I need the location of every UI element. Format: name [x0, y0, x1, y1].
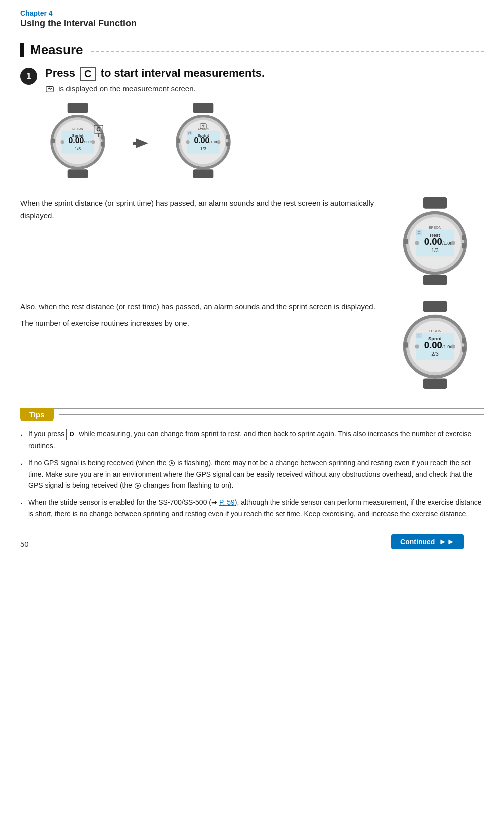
step-heading-post: to start interval measurements. — [98, 67, 265, 79]
bottom-row: 50 Continued ►► — [20, 529, 484, 554]
watch-sprint-after: Sprint 0.00 /1.0m 1/3 EPSON ⏱ — [166, 103, 246, 183]
desc-row-1: When the sprint distance (or sprint time… — [20, 197, 484, 287]
svg-rect-58 — [423, 275, 447, 285]
svg-text:C: C — [96, 126, 100, 132]
step-sub-1: is displayed on the measurement screen. — [45, 84, 484, 94]
svg-rect-37 — [177, 139, 180, 143]
p59-link[interactable]: P. 59 — [219, 498, 235, 506]
svg-text:0.00: 0.00 — [68, 136, 84, 145]
svg-rect-38 — [193, 169, 214, 178]
svg-text:1/3: 1/3 — [200, 146, 206, 151]
step-block-1: 1 Press C to start interval measurements… — [20, 67, 484, 94]
svg-rect-23 — [193, 103, 214, 113]
svg-text:2/3: 2/3 — [431, 351, 439, 357]
svg-rect-43 — [423, 197, 447, 209]
svg-point-16 — [61, 140, 64, 144]
svg-rect-76 — [423, 378, 447, 389]
arrow-container-1 — [125, 131, 161, 156]
tips-badge: Tips — [20, 408, 54, 421]
svg-text:0.00: 0.00 — [424, 340, 442, 350]
desc-watch-sprint2: Sprint 0.00 /1.0m 2/3 EPSON ⏱ — [394, 301, 484, 390]
svg-rect-55 — [462, 235, 466, 240]
svg-text:⏱: ⏱ — [417, 334, 421, 338]
desc-text-2-line1: Also, when the rest distance (or rest ti… — [20, 301, 379, 313]
step-heading-1: Press C to start interval measurements. — [45, 67, 484, 81]
svg-rect-74 — [462, 347, 466, 352]
svg-text:1/3: 1/3 — [75, 146, 81, 151]
forward-arrow — [131, 131, 156, 156]
svg-rect-12 — [101, 135, 104, 140]
svg-point-59 — [415, 241, 419, 245]
chapter-header: Chapter 4 Using the Interval Function — [0, 0, 504, 29]
watches-row-1: Sprint 0.00 /1.0m 1/3 EPSON — [40, 103, 484, 183]
svg-point-40 — [217, 140, 220, 144]
watch-svg-rest: Rest 0.00 /1.0m 1/3 EPSON ⏱ — [394, 197, 476, 285]
svg-point-39 — [186, 140, 190, 144]
step-sub-text-1: is displayed on the measurement screen. — [58, 84, 195, 93]
svg-point-80 — [171, 462, 173, 464]
section-dashes — [91, 51, 484, 52]
svg-rect-75 — [404, 342, 408, 347]
watch-svg-sprint-before: Sprint 0.00 /1.0m 1/3 EPSON — [40, 103, 115, 178]
step-number-1: 1 — [20, 68, 37, 85]
svg-rect-36 — [226, 142, 230, 147]
svg-point-78 — [451, 345, 455, 349]
svg-rect-13 — [101, 142, 104, 147]
desc-watch-rest: Rest 0.00 /1.0m 1/3 EPSON ⏱ — [394, 197, 484, 287]
svg-text:⏱: ⏱ — [188, 131, 191, 135]
svg-point-77 — [415, 345, 419, 349]
tips-label-row: Tips — [20, 408, 484, 421]
page-number: 50 — [20, 540, 29, 548]
gps-icon-2 — [134, 482, 141, 489]
step-content-1: Press C to start interval measurements. … — [45, 67, 484, 94]
tips-section: Tips If you press D while measuring, you… — [20, 408, 484, 519]
tips-item-3: When the stride sensor is enabled for th… — [20, 497, 484, 519]
tips-list: If you press D while measuring, you can … — [20, 428, 484, 519]
interval-icon — [45, 85, 54, 94]
svg-text:EPSON: EPSON — [429, 225, 441, 230]
gps-icon-1 — [168, 460, 175, 467]
chapter-title: Using the Interval Function — [20, 18, 484, 29]
desc-text-1-content: When the sprint distance (or sprint time… — [20, 199, 374, 220]
continued-button[interactable]: Continued ►► — [391, 534, 464, 549]
svg-point-60 — [451, 241, 455, 245]
continued-label: Continued — [400, 538, 435, 546]
page-wrapper: Chapter 4 Using the Interval Function Me… — [0, 0, 504, 838]
desc-text-2-line2: The number of exercise routines increase… — [20, 317, 379, 329]
svg-rect-35 — [226, 135, 230, 140]
bottom-divider — [20, 526, 484, 526]
header-divider — [20, 33, 484, 33]
section-title: Measure — [30, 42, 83, 58]
chapter-label: Chapter 4 — [20, 9, 484, 17]
tips-divider-right — [59, 414, 484, 415]
svg-rect-22 — [133, 142, 143, 145]
svg-text:0.00: 0.00 — [424, 236, 442, 247]
svg-rect-15 — [68, 169, 88, 178]
step-heading-pre: Press — [45, 67, 78, 79]
svg-rect-56 — [462, 243, 466, 248]
tips-item-2: If no GPS signal is being received (when… — [20, 457, 484, 491]
svg-text:1/3: 1/3 — [431, 248, 439, 253]
svg-rect-2 — [68, 103, 88, 113]
svg-rect-61 — [423, 301, 447, 312]
svg-rect-14 — [51, 139, 55, 143]
continued-arrows: ►► — [439, 537, 455, 546]
d-button-label: D — [66, 429, 77, 440]
section-title-row: Measure — [20, 42, 484, 58]
section-black-bar — [20, 43, 24, 57]
c-button-label: C — [80, 67, 96, 81]
svg-text:0.00: 0.00 — [194, 136, 209, 145]
svg-text:EPSON: EPSON — [72, 127, 83, 130]
svg-point-17 — [91, 140, 95, 144]
desc-text-2: Also, when the rest distance (or rest ti… — [20, 301, 379, 329]
desc-row-2: Also, when the rest distance (or rest ti… — [20, 301, 484, 390]
watch-svg-sprint-after: Sprint 0.00 /1.0m 1/3 EPSON ⏱ — [166, 103, 241, 178]
desc-text-1: When the sprint distance (or sprint time… — [20, 197, 379, 222]
watch-sprint-before: Sprint 0.00 /1.0m 1/3 EPSON — [40, 103, 120, 183]
svg-text:⏱: ⏱ — [417, 230, 421, 235]
svg-point-83 — [137, 485, 139, 487]
watch-svg-sprint2: Sprint 0.00 /1.0m 2/3 EPSON ⏱ — [394, 301, 476, 389]
svg-rect-73 — [462, 338, 466, 343]
svg-text:EPSON: EPSON — [429, 329, 441, 333]
tips-item-1: If you press D while measuring, you can … — [20, 428, 484, 451]
